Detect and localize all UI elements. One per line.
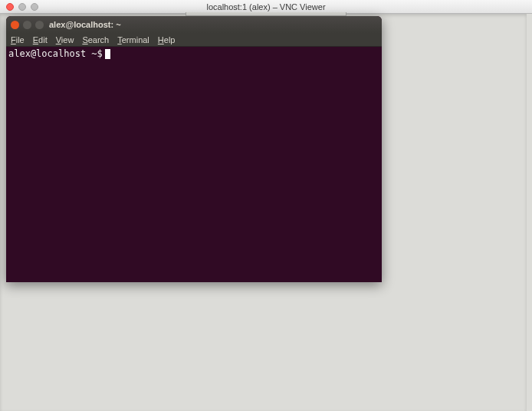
menu-search[interactable]: Search	[82, 35, 109, 44]
terminal-titlebar[interactable]: alex@localhost: ~	[6, 16, 382, 33]
terminal-maximize-button[interactable]	[35, 21, 44, 29]
terminal-menubar: File Edit View Search Terminal Help	[6, 33, 382, 47]
terminal-close-button[interactable]	[11, 21, 19, 29]
terminal-body[interactable]: alex@localhost ~$	[6, 47, 382, 282]
terminal-window[interactable]: alex@localhost: ~ File Edit View Search …	[6, 16, 382, 282]
menu-terminal[interactable]: Terminal	[117, 35, 149, 44]
terminal-minimize-button[interactable]	[23, 21, 31, 29]
terminal-window-controls	[11, 21, 44, 29]
mac-window-title: localhost:1 (alex) – VNC Viewer	[0, 2, 532, 12]
mac-zoom-button[interactable]	[31, 3, 38, 11]
menu-edit[interactable]: Edit	[33, 35, 48, 44]
window-controls	[0, 3, 38, 11]
mac-minimize-button[interactable]	[18, 3, 26, 11]
mac-close-button[interactable]	[6, 3, 14, 11]
prompt-text: alex@localhost ~$	[8, 48, 103, 59]
menu-help[interactable]: Help	[158, 35, 176, 44]
menu-file[interactable]: File	[11, 35, 25, 44]
cursor	[105, 49, 110, 59]
terminal-title: alex@localhost: ~	[49, 20, 121, 29]
vnc-desktop[interactable]: alex@localhost: ~ File Edit View Search …	[0, 14, 532, 411]
prompt-line: alex@localhost ~$	[8, 48, 379, 59]
menu-view[interactable]: View	[56, 35, 74, 44]
